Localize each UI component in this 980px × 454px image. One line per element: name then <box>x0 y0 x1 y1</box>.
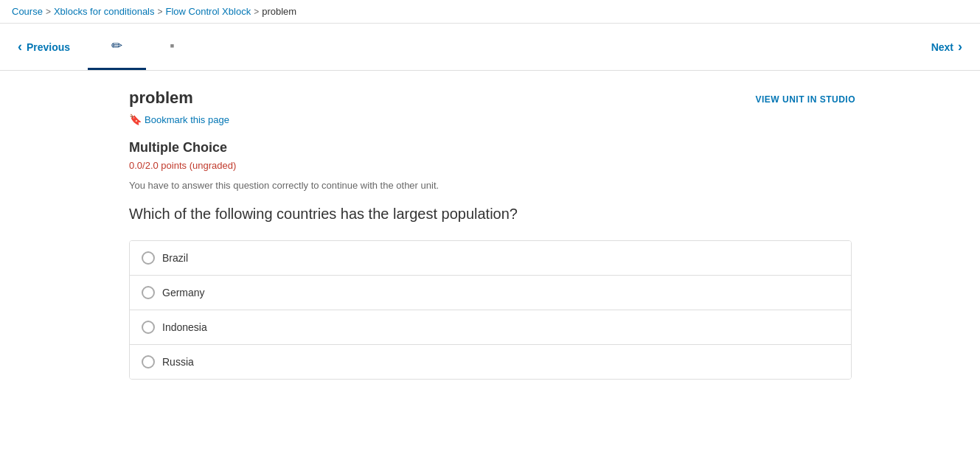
problem-question: Which of the following countries has the… <box>129 206 855 223</box>
previous-button[interactable]: Previous <box>0 24 88 70</box>
next-button[interactable]: Next <box>914 24 980 70</box>
answer-option-brazil[interactable]: Brazil <box>130 241 851 276</box>
problem-points: 0.0/2.0 points (ungraded) <box>129 160 855 171</box>
next-label: Next <box>931 41 953 53</box>
edit-icon: ✏ <box>111 38 122 54</box>
content-area: VIEW UNIT IN STUDIO problem 🔖 Bookmark t… <box>0 71 885 397</box>
answer-choices: Brazil Germany Indonesia Russia <box>129 240 852 380</box>
answer-label-brazil: Brazil <box>162 252 188 264</box>
bookmark-tab-icon: ▪ <box>170 38 174 54</box>
answer-label-germany: Germany <box>162 287 205 298</box>
previous-arrow-icon <box>18 39 22 55</box>
bookmark-icon: 🔖 <box>129 114 142 125</box>
radio-germany[interactable] <box>142 286 155 299</box>
view-unit-in-studio-link[interactable]: VIEW UNIT IN STUDIO <box>756 94 856 105</box>
answer-label-indonesia: Indonesia <box>162 321 207 333</box>
problem-type: Multiple Choice <box>129 140 855 156</box>
problem-instruction: You have to answer this question correct… <box>129 180 855 191</box>
breadcrumb-sep-2: > <box>158 7 163 17</box>
breadcrumb-sep-3: > <box>254 7 259 17</box>
bookmark-label: Bookmark this page <box>145 114 229 125</box>
nav-tab-bookmark[interactable]: ▪ <box>146 24 198 70</box>
breadcrumb-sep-1: > <box>46 7 51 17</box>
next-arrow-icon <box>958 39 962 55</box>
radio-brazil[interactable] <box>142 251 155 265</box>
breadcrumb-current: problem <box>262 6 296 17</box>
bookmark-link[interactable]: 🔖 Bookmark this page <box>129 114 855 125</box>
breadcrumb-course[interactable]: Course <box>12 6 43 17</box>
navigation-bar: Previous ✏ ▪ Next <box>0 24 980 71</box>
nav-tab-area: ✏ ▪ <box>88 24 914 70</box>
answer-option-germany[interactable]: Germany <box>130 276 851 310</box>
nav-tab-edit[interactable]: ✏ <box>88 24 146 70</box>
problem-section: Multiple Choice 0.0/2.0 points (ungraded… <box>129 140 855 380</box>
breadcrumb-xblocks[interactable]: Xblocks for conditionals <box>54 6 155 17</box>
page-title: problem <box>129 88 855 108</box>
radio-indonesia[interactable] <box>142 321 155 334</box>
breadcrumb: Course > Xblocks for conditionals > Flow… <box>0 0 980 24</box>
answer-option-indonesia[interactable]: Indonesia <box>130 310 851 345</box>
previous-label: Previous <box>27 41 70 53</box>
answer-label-russia: Russia <box>162 356 194 368</box>
answer-option-russia[interactable]: Russia <box>130 345 851 379</box>
breadcrumb-flow-control[interactable]: Flow Control Xblock <box>166 6 251 17</box>
radio-russia[interactable] <box>142 355 155 369</box>
